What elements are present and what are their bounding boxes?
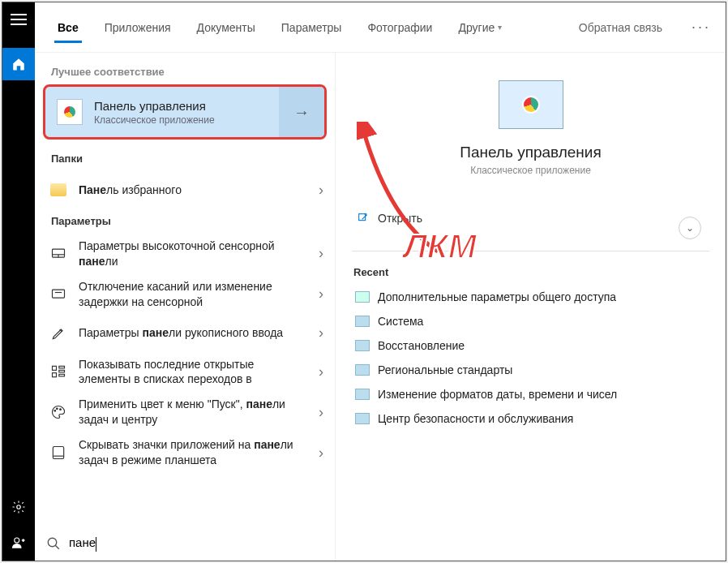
settings-result[interactable]: Параметры панели рукописного ввода ›	[35, 315, 335, 352]
details-subtitle: Классическое приложение	[470, 165, 591, 176]
jumplist-icon	[50, 363, 66, 380]
open-action[interactable]: Открыть	[352, 205, 709, 231]
svg-line-18	[55, 545, 59, 549]
svg-rect-8	[53, 373, 57, 377]
feedback-link[interactable]: Обратная связь	[564, 21, 677, 34]
settings-result-label: Отключение касаний или изменение задержк…	[79, 279, 307, 310]
tab-all[interactable]: Все	[45, 2, 92, 53]
hamburger-icon[interactable]	[11, 14, 27, 25]
home-icon	[11, 57, 26, 71]
chevron-right-icon: ›	[319, 182, 323, 199]
settings-result[interactable]: Применить цвет к меню "Пуск", панели зад…	[35, 392, 335, 432]
search-results: Лучшее соответствие Панель управления Кл…	[35, 53, 335, 561]
svg-point-13	[57, 408, 58, 410]
recent-icon	[355, 340, 370, 351]
filter-tabs: Все Приложения Документы Параметры Фотог…	[35, 2, 726, 53]
svg-rect-11	[59, 375, 65, 377]
chevron-right-icon: ›	[319, 404, 323, 421]
control-panel-large-icon	[499, 80, 563, 129]
svg-rect-9	[59, 367, 65, 369]
svg-point-0	[17, 505, 21, 509]
folder-icon	[50, 183, 66, 196]
pen-icon	[50, 325, 66, 342]
svg-rect-5	[53, 290, 65, 298]
settings-result[interactable]: Показывать последние открытые элементы в…	[35, 352, 335, 393]
taskbar-vertical	[2, 2, 35, 561]
open-icon	[357, 212, 370, 225]
svg-point-1	[15, 538, 19, 543]
recent-item[interactable]: Восстановление	[352, 333, 709, 358]
settings-result[interactable]: Отключение касаний или изменение задержк…	[35, 274, 335, 315]
svg-rect-7	[53, 367, 57, 371]
best-match-subtitle: Классическое приложение	[94, 114, 215, 126]
chevron-right-icon: ›	[319, 245, 323, 262]
chevron-right-icon: ›	[319, 324, 323, 342]
details-panel: Панель управления Классическое приложени…	[335, 53, 726, 561]
tab-photos[interactable]: Фотографии	[354, 2, 445, 53]
arrow-right-icon[interactable]: →	[279, 87, 324, 137]
settings-result-label: Параметры панели рукописного ввода	[79, 325, 307, 341]
folder-result-label: Панель избранного	[79, 183, 307, 198]
home-button[interactable]	[2, 48, 35, 80]
tab-apps[interactable]: Приложения	[92, 2, 184, 53]
settings-result-label: Скрывать значки приложений на панели зад…	[79, 437, 307, 468]
best-match-item[interactable]: Панель управления Классическое приложени…	[43, 84, 327, 140]
settings-result[interactable]: Параметры высокоточной сенсорной панели …	[35, 234, 335, 274]
divider	[352, 251, 709, 251]
svg-point-17	[48, 538, 57, 547]
recent-item[interactable]: Система	[352, 309, 709, 333]
tab-settings[interactable]: Параметры	[268, 2, 355, 53]
expand-button[interactable]: ⌄	[679, 217, 701, 239]
folder-result[interactable]: Панель избранного ›	[35, 171, 335, 208]
settings-result[interactable]: Скрывать значки приложений на панели зад…	[35, 432, 335, 473]
chevron-right-icon: ›	[319, 445, 323, 462]
details-title: Панель управления	[460, 144, 602, 161]
recent-header: Recent	[353, 266, 709, 278]
svg-point-12	[54, 410, 56, 412]
settings-result-label: Параметры высокоточной сенсорной панели	[79, 239, 307, 269]
open-label: Открыть	[378, 212, 422, 225]
touchpad-icon	[50, 246, 66, 262]
recent-item[interactable]: Региональные стандарты	[352, 358, 709, 382]
chevron-right-icon: ›	[319, 363, 323, 380]
search-icon	[46, 536, 61, 551]
settings-result-label: Применить цвет к меню "Пуск", панели зад…	[79, 397, 307, 428]
recent-item[interactable]: Дополнительные параметры общего доступа	[352, 285, 709, 309]
touch-delay-icon	[50, 286, 66, 303]
recent-item[interactable]: Центр безопасности и обслуживания	[352, 406, 709, 431]
gear-icon	[11, 500, 26, 514]
svg-rect-10	[59, 371, 65, 373]
settings-button[interactable]	[2, 489, 35, 525]
section-folders: Папки	[35, 146, 335, 171]
recent-icon	[355, 413, 370, 424]
chevron-right-icon: ›	[319, 286, 323, 303]
recent-icon	[355, 389, 370, 400]
chevron-down-icon: ▾	[498, 23, 502, 32]
tablet-icon	[50, 445, 66, 461]
recent-item[interactable]: Изменение форматов даты, времени и чисел	[352, 382, 709, 406]
search-input[interactable]: пане	[69, 535, 323, 551]
profile-button[interactable]	[2, 525, 35, 561]
recent-icon	[355, 364, 370, 376]
tab-more[interactable]: Другие▾	[445, 2, 515, 53]
palette-icon	[50, 404, 66, 420]
svg-point-14	[60, 409, 62, 410]
svg-rect-15	[53, 447, 63, 459]
more-options[interactable]: ···	[677, 19, 726, 36]
search-bar: пане	[35, 526, 335, 561]
section-best-match: Лучшее соответствие	[35, 59, 335, 84]
tab-docs[interactable]: Документы	[184, 2, 268, 53]
control-panel-icon	[57, 99, 83, 125]
settings-result-label: Показывать последние открытые элементы в…	[79, 357, 307, 388]
person-icon	[11, 535, 26, 550]
section-settings: Параметры	[35, 208, 335, 234]
recent-icon	[355, 316, 370, 327]
best-match-title: Панель управления	[94, 99, 215, 113]
recent-icon	[355, 291, 370, 303]
